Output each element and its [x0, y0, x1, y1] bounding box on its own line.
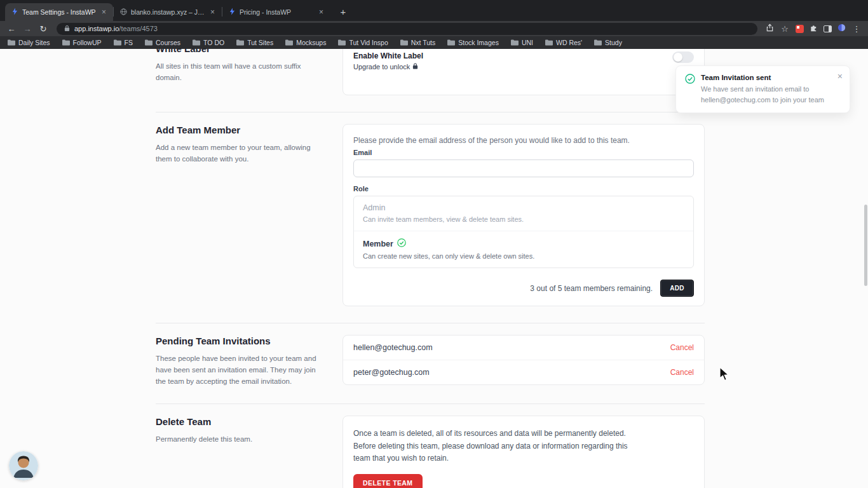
- settings-content: White Label All sites in this team will …: [156, 49, 705, 488]
- tab-close-icon[interactable]: ×: [208, 8, 217, 17]
- bookmark-item[interactable]: Tut Vid Inspo: [338, 39, 388, 46]
- bookmark-item[interactable]: WD Res': [545, 39, 582, 46]
- reload-icon[interactable]: ↻: [38, 25, 48, 33]
- tab-title: Team Settings - InstaWP: [22, 8, 96, 16]
- section-delete-team: Delete Team Permanently delete this team…: [156, 416, 705, 488]
- folder-icon: [285, 39, 293, 46]
- bookmark-item[interactable]: Tut Sites: [236, 39, 273, 46]
- browser-menu-icon[interactable]: ⋮: [851, 25, 862, 33]
- share-icon[interactable]: [766, 23, 774, 34]
- invitation-row: peter@gotechug.com Cancel: [343, 360, 704, 384]
- role-option-admin[interactable]: Admin Can invite team members, view & de…: [354, 196, 693, 231]
- pending-heading: Pending Team Invitations: [156, 335, 325, 348]
- folder-icon: [594, 39, 602, 46]
- add-member-heading: Add Team Member: [156, 124, 325, 137]
- extensions-puzzle-icon[interactable]: [810, 23, 818, 34]
- bookmark-item[interactable]: Study: [594, 39, 622, 46]
- role-label: Role: [353, 185, 694, 193]
- folder-icon: [338, 39, 346, 46]
- scrollbar-thumb[interactable]: [864, 205, 867, 286]
- globe-favicon-icon: [120, 8, 127, 17]
- bookmark-star-icon[interactable]: ☆: [780, 25, 790, 33]
- bookmark-item[interactable]: FS: [114, 39, 133, 46]
- bookmark-item[interactable]: FollowUP: [62, 39, 102, 46]
- folder-icon: [145, 39, 153, 46]
- add-member-description: Add a new team member to your team, allo…: [156, 142, 325, 165]
- red-extension-icon[interactable]: [796, 25, 804, 33]
- folder-icon: [114, 39, 121, 46]
- folder-icon: [447, 39, 455, 46]
- browser-chrome: Team Settings - InstaWP × blanko.instawp…: [0, 0, 868, 49]
- success-check-icon: [685, 74, 695, 105]
- instawp-favicon-icon: [11, 8, 18, 17]
- tab-close-icon[interactable]: ×: [317, 8, 325, 17]
- bookmark-item[interactable]: Courses: [145, 39, 180, 46]
- toggle-knob: [674, 53, 682, 62]
- role-admin-description: Can invite team members, view & delete t…: [363, 215, 684, 223]
- shield-extension-icon[interactable]: [837, 23, 846, 34]
- role-admin-name: Admin: [363, 203, 684, 212]
- tab-close-icon[interactable]: ×: [100, 8, 108, 17]
- new-tab-button[interactable]: +: [336, 4, 351, 19]
- toast-close-icon[interactable]: ×: [837, 72, 843, 81]
- role-selector: Admin Can invite team members, view & de…: [353, 196, 694, 268]
- white-label-toggle[interactable]: [672, 51, 694, 63]
- url-text: app.instawp.io/teams/4573: [74, 25, 158, 32]
- section-divider: [156, 403, 705, 404]
- bookmark-item[interactable]: Mocksups: [285, 39, 326, 46]
- folder-icon: [8, 39, 15, 46]
- add-member-intro: Please provide the email address of the …: [353, 136, 694, 145]
- bookmark-item[interactable]: Daily Sites: [8, 39, 50, 46]
- toast-body: We have sent an invitation email to hell…: [701, 84, 827, 105]
- delete-team-heading: Delete Team: [156, 416, 325, 428]
- invitation-email: hellen@gotechug.com: [353, 343, 433, 352]
- folder-icon: [400, 39, 408, 46]
- section-white-label: White Label All sites in this team will …: [156, 49, 705, 95]
- email-label: Email: [353, 149, 694, 156]
- upgrade-to-unlock-label: Upgrade to unlock: [353, 63, 410, 71]
- bookmark-item[interactable]: Nxt Tuts: [400, 39, 436, 46]
- instawp-favicon-icon: [229, 8, 236, 17]
- role-option-member[interactable]: Member Can create new sites, can only vi…: [354, 231, 693, 268]
- folder-icon: [193, 39, 200, 46]
- delete-team-card: Once a team is deleted, all of its resou…: [342, 416, 705, 488]
- bookmarks-bar: Daily Sites FollowUP FS Courses TO DO Tu…: [0, 36, 868, 49]
- section-pending-invitations: Pending Team Invitations These people ha…: [156, 335, 705, 387]
- bookmark-item[interactable]: TO DO: [193, 39, 224, 46]
- bookmark-item[interactable]: Stock Images: [447, 39, 499, 46]
- cancel-invitation-link[interactable]: Cancel: [670, 343, 694, 352]
- avatar-image: [9, 451, 38, 480]
- forward-icon[interactable]: →: [22, 25, 32, 33]
- folder-icon: [545, 39, 553, 46]
- url-host: app.instawp.io: [74, 25, 119, 32]
- enable-white-label-label: Enable White Label: [353, 51, 423, 60]
- invitation-email: peter@gotechug.com: [353, 368, 430, 377]
- invitation-row: hellen@gotechug.com Cancel: [343, 336, 704, 360]
- lock-icon: [412, 63, 418, 71]
- tab-title: blanko.instawp.xyz – Just anot: [131, 8, 205, 16]
- white-label-description: All sites in this team will have a custo…: [156, 61, 325, 84]
- pending-description: These people have been invited to your t…: [156, 353, 325, 387]
- url-path: /teams/4573: [119, 25, 158, 32]
- tab-title: Pricing - InstaWP: [240, 8, 313, 16]
- tab-pricing[interactable]: Pricing - InstaWP ×: [222, 3, 330, 21]
- url-bar[interactable]: app.instawp.io/teams/4573: [57, 23, 757, 35]
- add-button[interactable]: ADD: [660, 280, 694, 297]
- role-member-name: Member: [363, 240, 393, 248]
- delete-team-button[interactable]: DELETE TEAM: [353, 474, 423, 488]
- section-divider: [156, 323, 705, 323]
- white-label-heading: White Label: [156, 49, 325, 55]
- sidebar-panel-icon[interactable]: [824, 25, 832, 32]
- cancel-invitation-link[interactable]: Cancel: [670, 368, 694, 377]
- toast-title: Team Invitation sent: [701, 74, 827, 81]
- toast-notification: Team Invitation sent We have sent an inv…: [675, 65, 850, 113]
- tab-team-settings[interactable]: Team Settings - InstaWP ×: [5, 3, 113, 21]
- back-icon[interactable]: ←: [6, 25, 17, 33]
- tab-blanko[interactable]: blanko.instawp.xyz – Just anot ×: [114, 3, 222, 21]
- bookmark-item[interactable]: UNI: [511, 39, 533, 46]
- selected-check-icon: [397, 238, 406, 249]
- email-field[interactable]: [353, 159, 694, 177]
- section-add-member: Add Team Member Add a new team member to…: [156, 124, 705, 306]
- folder-icon: [511, 39, 519, 46]
- user-avatar[interactable]: [9, 451, 38, 480]
